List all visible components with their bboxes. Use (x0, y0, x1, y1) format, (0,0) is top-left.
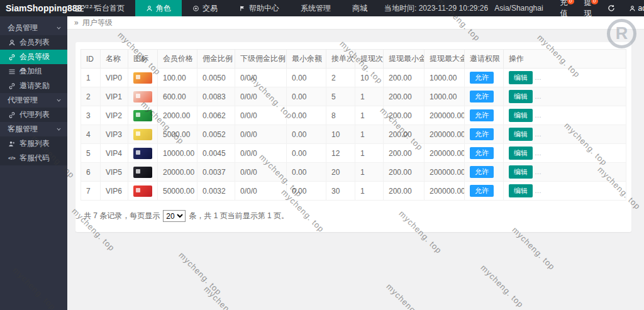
table-cell: VIP4 (101, 144, 128, 163)
more-actions[interactable]: … (535, 111, 541, 119)
edit-button[interactable]: 编辑 (509, 71, 533, 84)
invite-allow-badge[interactable]: 允许 (470, 109, 494, 121)
sidebar-toggle-button[interactable] (75, 0, 84, 16)
edit-button[interactable]: 编辑 (509, 147, 533, 160)
link-icon (8, 111, 16, 119)
column-header: 最小余额 (287, 50, 326, 69)
more-actions[interactable]: … (535, 130, 541, 138)
more-actions[interactable]: … (535, 74, 541, 81)
table-cell: 0.0052 (197, 125, 235, 144)
column-header: ID (81, 50, 101, 69)
breadcrumb-arrow: » (74, 18, 79, 27)
invite-allow-badge[interactable]: 允许 (470, 185, 494, 197)
table-cell: 200000.00 (425, 182, 465, 201)
chevron-down-icon (56, 25, 62, 31)
invite-allow-badge[interactable]: 允许 (470, 128, 494, 140)
edit-button[interactable]: 编辑 (509, 90, 533, 103)
table-cell: 3 (81, 106, 101, 125)
table-cell: 12 (326, 144, 355, 163)
table-cell: 1 (355, 144, 384, 163)
sidebar-item-叠加组[interactable]: 叠加组 (0, 64, 67, 79)
nav-item-4[interactable]: 帮助中心 (228, 0, 290, 16)
app-logo: SiamShopping888 V2.2.1 (0, 0, 75, 16)
sidebar-item-客服代码[interactable]: </>客服代码 (0, 151, 67, 165)
table-cell: 5 (81, 144, 101, 163)
edit-button[interactable]: 编辑 (509, 165, 533, 179)
invite-allow-badge[interactable]: 允许 (470, 72, 494, 84)
more-actions[interactable]: … (535, 187, 541, 194)
table-card: ID名称图标会员价格佣金比例下级佣金比例最小余额接单次数提现次数提现最小金额提现… (75, 42, 631, 232)
table-row: 4VIP35000.000.00520/0/00.00101200.002000… (81, 125, 626, 144)
table-cell: 200000.00 (425, 163, 465, 182)
nav-item-3[interactable]: 交易 (182, 0, 228, 16)
edit-button[interactable]: 编辑 (509, 184, 533, 197)
table-cell: 600.00 (158, 87, 197, 106)
sidebar-item-邀请奖励[interactable]: 邀请奖励 (0, 79, 67, 93)
sidebar-group-1[interactable]: 会员管理 (0, 21, 67, 35)
nav-item-2[interactable]: 角色 (135, 0, 182, 16)
timezone: Asia/Shanghai (494, 4, 552, 13)
table-cell: 0/0/0 (235, 106, 287, 125)
sidebar-group-3[interactable]: 客服管理 (0, 122, 67, 136)
invite-allow-badge[interactable]: 允许 (470, 166, 494, 178)
table-cell: 200.00 (384, 87, 425, 106)
sidebar-item-代理列表[interactable]: 代理列表 (0, 108, 67, 122)
sidebar-item-客服列表[interactable]: 客服列表 (0, 136, 67, 151)
table-cell: 0.00 (287, 144, 326, 163)
recharge-label: 充值 (560, 0, 568, 18)
level-icon-image (133, 167, 152, 178)
invite-allow-badge[interactable]: 允许 (470, 147, 494, 159)
sidebar-item-label: 会员等级 (19, 52, 50, 62)
table-cell: 200000.00 (425, 106, 465, 125)
top-header: SiamShopping888 V2.2.1 后台首页角色交易帮助中心系统管理商… (0, 0, 644, 16)
withdraw-label: 提现 (584, 0, 592, 18)
page-size-select[interactable]: 20 (163, 210, 186, 222)
table-cell: 0/0/0 (235, 69, 287, 87)
user-level-table: ID名称图标会员价格佣金比例下级佣金比例最小余额接单次数提现次数提现最小金额提现… (80, 49, 626, 201)
level-icon-cell (128, 125, 158, 144)
sidebar-item-label: 叠加组 (19, 66, 42, 77)
table-cell: 100.00 (158, 69, 197, 87)
sidebar-item-会员等级[interactable]: 会员等级 (0, 50, 67, 64)
recharge-link[interactable]: 充值 0 (552, 0, 576, 19)
sidebar-item-label: 客服代码 (19, 153, 50, 163)
table-cell: 0.00 (287, 87, 326, 106)
table-cell: 10 (326, 125, 355, 144)
chevron-down-icon (56, 126, 62, 132)
more-actions[interactable]: … (535, 92, 541, 100)
user-menu[interactable]: admin (623, 4, 644, 13)
table-cell: 1 (355, 87, 384, 106)
withdraw-link[interactable]: 提现 0 (576, 0, 600, 19)
nav-item-6[interactable]: 商城 (341, 0, 378, 16)
more-actions[interactable]: … (535, 149, 541, 157)
recharge-badge: 0 (567, 0, 574, 4)
action-cell: 编辑… (504, 69, 626, 87)
sidebar-item-label: 会员列表 (19, 37, 50, 48)
sidebar-group-2[interactable]: 代理管理 (0, 93, 67, 108)
level-icon-image (133, 72, 152, 84)
refresh-button[interactable] (600, 4, 623, 12)
sidebar-item-label: 代理列表 (19, 109, 50, 120)
level-icon-cell (128, 69, 158, 87)
edit-button[interactable]: 编辑 (509, 128, 533, 141)
invite-permission-cell: 允许 (465, 144, 504, 163)
table-cell: 10000.00 (158, 144, 197, 163)
table-cell: 1000.00 (425, 87, 465, 106)
edit-button[interactable]: 编辑 (509, 109, 533, 122)
table-row: 7VIP650000.000.00320/0/00.00301200.00200… (81, 182, 626, 201)
link-icon (8, 53, 16, 61)
nav-item-5[interactable]: 系统管理 (290, 0, 341, 16)
table-row: 3VIP22000.000.00620/0/00.0081200.0020000… (81, 106, 626, 125)
invite-permission-cell: 允许 (465, 163, 504, 182)
sidebar-group-label: 代理管理 (8, 95, 38, 106)
table-cell: 0.00 (287, 163, 326, 182)
column-header: 邀请权限 (465, 50, 504, 69)
table-cell: 5000.00 (158, 125, 197, 144)
table-cell: 4 (81, 125, 101, 144)
invite-allow-badge[interactable]: 允许 (470, 91, 494, 102)
column-header: 图标 (128, 50, 158, 69)
sidebar-item-label: 邀请奖励 (19, 80, 50, 91)
table-row: 1VIP0100.000.00500/0/00.00210200.001000.… (81, 69, 626, 87)
sidebar-item-会员列表[interactable]: 会员列表 (0, 35, 67, 50)
more-actions[interactable]: … (535, 168, 541, 175)
